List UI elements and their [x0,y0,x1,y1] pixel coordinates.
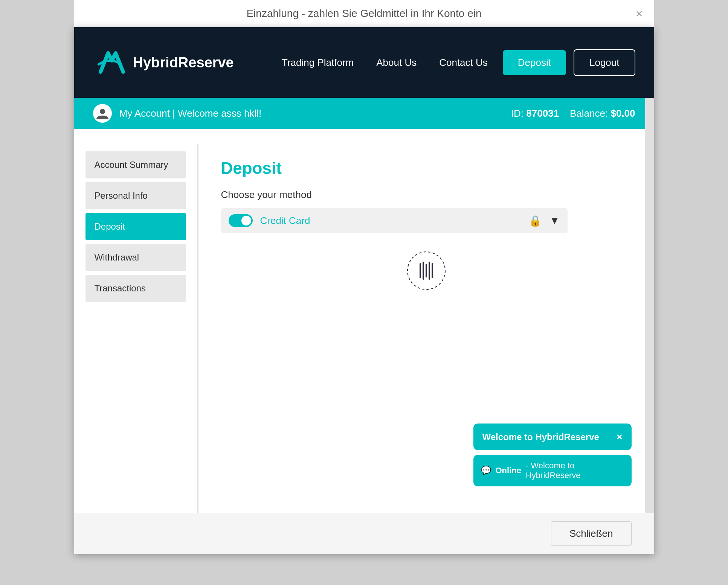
loading-spinner [404,248,449,293]
chat-status-bar[interactable]: 💬 Online - Welcome to HybridReserve [473,455,632,486]
avatar [93,104,112,123]
scrollbar[interactable] [645,27,654,554]
logo-text: HybridReserve [133,55,234,71]
dropdown-arrow-icon[interactable]: ▼ [549,215,560,227]
balance-label: Balance: [570,108,608,119]
logout-button[interactable]: Logout [574,49,635,76]
account-id-label: ID: [511,108,523,119]
nav-links: Trading Platform About Us Contact Us [282,57,488,69]
chat-close-button[interactable]: × [617,431,622,443]
lock-icon: 🔒 [529,215,542,227]
sidebar-item-transactions[interactable]: Transactions [85,275,186,302]
account-bar-left: My Account | Welcome asss hkll! [93,104,262,123]
account-bar: My Account | Welcome asss hkll! ID: 8700… [74,98,654,129]
nav-link-contact-us[interactable]: Contact Us [439,57,488,69]
svg-point-0 [100,109,105,114]
nav-link-about-us[interactable]: About Us [376,57,417,69]
sidebar-item-personal-info[interactable]: Personal Info [85,182,186,209]
bottom-bar: Schließen [74,513,654,554]
method-selector: Credit Card 🔒 ▼ [221,208,568,233]
chat-bubble-title: Welcome to HybridReserve [482,432,599,442]
account-welcome-text: My Account | Welcome asss hkll! [119,108,262,119]
chat-status-description: - Welcome to HybridReserve [526,461,624,480]
content-panel: Deposit Choose your method Credit Card 🔒… [198,144,654,528]
deposit-button[interactable]: Deposit [503,50,566,75]
choose-method-label: Choose your method [221,189,632,201]
sidebar-item-deposit[interactable]: Deposit [85,213,186,240]
chat-bubble: Welcome to HybridReserve × [473,424,632,450]
method-toggle[interactable] [229,214,253,227]
sidebar-item-withdrawal[interactable]: Withdrawal [85,244,186,271]
logo-area: HybridReserve [93,46,234,79]
window-title: Einzahlung - zahlen Sie Geldmittel in Ih… [246,8,481,20]
window-close-button[interactable]: × [636,6,643,20]
logo-icon [93,46,127,79]
navbar: HybridReserve Trading Platform About Us … [74,27,654,98]
method-name: Credit Card [260,215,521,227]
main-content: Account Summary Personal Info Deposit Wi… [74,129,654,543]
account-bar-right: ID: 870031 Balance: $0.00 [511,108,635,119]
sidebar-item-account-summary[interactable]: Account Summary [85,151,186,178]
nav-link-trading-platform[interactable]: Trading Platform [282,57,354,69]
loading-spinner-container [221,248,632,293]
close-button[interactable]: Schließen [551,521,632,546]
page-title: Deposit [221,159,632,178]
sidebar: Account Summary Personal Info Deposit Wi… [74,144,198,528]
chat-icon: 💬 [481,466,491,475]
chat-status-online: Online [496,466,521,475]
account-id-value: 870031 [526,108,559,119]
balance-value: $0.00 [610,108,635,119]
chat-widget: Welcome to HybridReserve × 💬 Online - We… [473,424,632,486]
